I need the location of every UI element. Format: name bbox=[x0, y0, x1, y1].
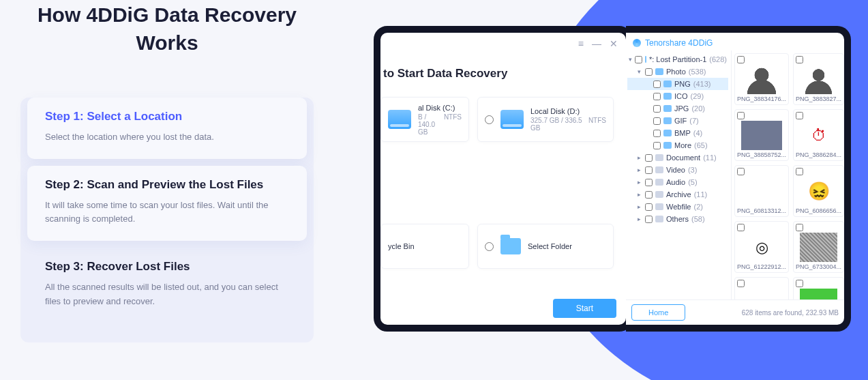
tree-item-png[interactable]: PNG (413) bbox=[627, 78, 728, 90]
tree-item-jpg[interactable]: JPG (20) bbox=[627, 102, 728, 115]
tree-item-webfile[interactable]: ▸Webfile (2) bbox=[627, 201, 728, 213]
tree-item-check[interactable] bbox=[653, 130, 661, 137]
thumbnail[interactable]: ◎PNG_61222912... bbox=[734, 221, 789, 273]
thumbnail-check[interactable] bbox=[796, 224, 803, 231]
thumbnail-check[interactable] bbox=[796, 280, 803, 287]
tree-item-check[interactable] bbox=[645, 179, 653, 186]
folder-icon bbox=[655, 179, 663, 186]
tree-item-count: (65) bbox=[694, 141, 708, 149]
thumbnail-check[interactable] bbox=[737, 112, 745, 119]
page-title: How 4DDiG Data Recovery Works bbox=[20, 1, 314, 57]
tree-item-label: More bbox=[674, 141, 691, 149]
chevron-right-icon[interactable]: ▸ bbox=[635, 191, 642, 198]
tree-item-check[interactable] bbox=[653, 81, 661, 88]
menu-icon[interactable]: ≡ bbox=[578, 38, 584, 49]
tree-item-gif[interactable]: GIF (7) bbox=[627, 115, 728, 127]
tree-item-label: PNG bbox=[674, 80, 691, 88]
folder-icon bbox=[663, 142, 672, 149]
disk-d-radio[interactable] bbox=[485, 115, 494, 124]
thumbnail-check[interactable] bbox=[737, 168, 745, 175]
recycle-tile[interactable]: ycle Bin bbox=[380, 224, 469, 269]
tree-item-check[interactable] bbox=[653, 105, 661, 113]
chevron-down-icon[interactable]: ▾ bbox=[635, 68, 642, 75]
disk-d-used: 325.7 GB / 336.5 GB bbox=[530, 117, 588, 132]
thumbnail-check[interactable] bbox=[796, 112, 803, 119]
chevron-down-icon[interactable]: ▾ bbox=[629, 56, 632, 63]
tree-root[interactable]: ▾ *: Lost Partition-1 (628) bbox=[627, 53, 728, 65]
tree-root-check[interactable] bbox=[635, 56, 642, 63]
thumbnail[interactable]: PNG_6733004... bbox=[793, 221, 844, 273]
folder-icon bbox=[655, 191, 663, 198]
disk-d-tile[interactable]: Local Disk (D:) 325.7 GB / 336.5 GB NTFS bbox=[477, 97, 614, 142]
thumbnail-image: ◎ bbox=[741, 233, 782, 262]
tree-photo-check[interactable] bbox=[645, 68, 653, 76]
tree-item-count: (29) bbox=[691, 92, 704, 100]
tree-item-document[interactable]: ▸Document (11) bbox=[627, 151, 728, 164]
chevron-right-icon[interactable]: ▸ bbox=[635, 179, 642, 186]
step-3[interactable]: Step 3: Recover Lost Files All the scann… bbox=[27, 248, 307, 323]
thumbnail[interactable]: ⏱PNG_3886284... bbox=[793, 109, 844, 161]
folder-icon bbox=[663, 93, 672, 100]
thumbnail-check[interactable] bbox=[796, 56, 803, 63]
chevron-right-icon[interactable]: ▸ bbox=[635, 216, 642, 222]
disk-c-tile[interactable]: al Disk (C:) B / 140.0 GB NTFS bbox=[380, 97, 469, 142]
tree-item-check[interactable] bbox=[645, 203, 653, 211]
thumbnail[interactable] bbox=[793, 277, 844, 299]
tree-item-more[interactable]: More (65) bbox=[627, 139, 728, 151]
thumbnail-image bbox=[741, 121, 782, 150]
results-tree[interactable]: ▾ *: Lost Partition-1 (628) ▾ Photo (538… bbox=[626, 50, 732, 299]
tree-item-bmp[interactable]: BMP (4) bbox=[627, 127, 728, 139]
thumbnail-grid[interactable]: PNG_38834176...PNG_3883827...PNG_3885875… bbox=[732, 50, 844, 299]
select-folder-radio[interactable] bbox=[485, 242, 494, 251]
minimize-icon[interactable]: — bbox=[592, 38, 601, 49]
thumbnail[interactable]: PNG_38858752... bbox=[734, 109, 789, 161]
tree-photo[interactable]: ▾ Photo (538) bbox=[627, 65, 728, 78]
tree-item-ico[interactable]: ICO (29) bbox=[627, 90, 728, 102]
thumbnail-caption: PNG_38858752... bbox=[737, 151, 786, 158]
thumbnail-check[interactable] bbox=[737, 224, 745, 231]
thumbnail-check[interactable] bbox=[737, 56, 745, 63]
app-title: Tenorshare 4DDiG bbox=[645, 38, 713, 48]
thumbnail[interactable]: 😖PNG_6086656... bbox=[793, 165, 844, 217]
step-2[interactable]: Step 2: Scan and Preview the Lost Files … bbox=[27, 166, 307, 241]
step-2-title: Step 2: Scan and Preview the Lost Files bbox=[45, 178, 289, 192]
chevron-right-icon[interactable]: ▸ bbox=[635, 166, 642, 173]
app-title-bar: Tenorshare 4DDiG bbox=[626, 33, 844, 50]
tree-root-count: (628) bbox=[709, 55, 727, 63]
disk-d-name: Local Disk (D:) bbox=[530, 107, 606, 115]
thumbnail-image bbox=[741, 65, 782, 94]
step-1[interactable]: Step 1: Select a Location Select the loc… bbox=[27, 98, 307, 159]
folder-icon bbox=[655, 154, 663, 161]
start-button[interactable]: Start bbox=[553, 299, 616, 318]
thumbnail-image bbox=[800, 289, 837, 299]
select-folder-tile[interactable]: Select Folder bbox=[477, 224, 614, 269]
close-icon[interactable]: ✕ bbox=[610, 38, 618, 49]
thumbnail-caption: PNG_38834176... bbox=[737, 96, 786, 102]
thumbnail[interactable] bbox=[734, 277, 789, 299]
status-text: 628 items are found, 232.93 MB bbox=[692, 309, 839, 317]
tree-item-check[interactable] bbox=[645, 191, 653, 199]
tree-item-check[interactable] bbox=[645, 154, 653, 162]
folder-icon bbox=[663, 81, 672, 87]
folder-icon bbox=[655, 203, 663, 210]
tree-item-audio[interactable]: ▸Audio (5) bbox=[627, 176, 728, 188]
tree-item-archive[interactable]: ▸Archive (11) bbox=[627, 188, 728, 201]
chevron-right-icon[interactable]: ▸ bbox=[635, 154, 642, 161]
tree-item-others[interactable]: ▸Others (58) bbox=[627, 213, 728, 225]
tree-item-check[interactable] bbox=[645, 216, 653, 223]
tree-item-video[interactable]: ▸Video (3) bbox=[627, 164, 728, 176]
chevron-right-icon[interactable]: ▸ bbox=[635, 203, 642, 210]
tree-item-check[interactable] bbox=[645, 166, 653, 174]
tree-item-label: Document bbox=[666, 154, 700, 162]
tree-item-check[interactable] bbox=[653, 142, 661, 149]
tree-item-check[interactable] bbox=[653, 93, 661, 100]
folder-icon bbox=[663, 117, 672, 124]
thumbnail[interactable]: PNG_60813312... bbox=[734, 165, 789, 217]
tree-item-check[interactable] bbox=[653, 117, 661, 125]
home-button[interactable]: Home bbox=[631, 304, 685, 321]
tree-item-count: (413) bbox=[693, 80, 711, 88]
thumbnail-check[interactable] bbox=[796, 168, 803, 175]
thumbnail-check[interactable] bbox=[737, 280, 745, 287]
thumbnail[interactable]: PNG_38834176... bbox=[734, 53, 789, 105]
thumbnail[interactable]: PNG_3883827... bbox=[793, 53, 844, 105]
